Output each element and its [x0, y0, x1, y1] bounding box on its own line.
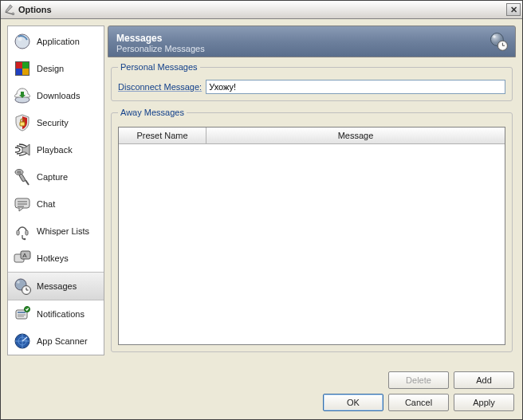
svg-rect-17 — [17, 230, 19, 235]
sidebar-item-label: Downloads — [37, 91, 80, 100]
footer: Delete Add OK Cancel Apply — [1, 362, 522, 419]
svg-point-39 — [493, 35, 496, 38]
notify-icon — [13, 304, 32, 324]
sidebar-item-messages[interactable]: Messages — [8, 272, 104, 300]
design-icon — [13, 59, 32, 78]
hotkeys-icon: A — [13, 249, 32, 268]
content: Messages Personalize Messages — [108, 26, 516, 355]
sidebar-item-label: Notifications — [37, 309, 85, 319]
sidebar-item-label: Chat — [37, 199, 55, 209]
col-preset-name[interactable]: Preset Name — [119, 128, 206, 143]
playback-icon — [13, 140, 32, 159]
page-subtitle: Personalize Messages — [116, 44, 507, 53]
sidebar-item-chat[interactable]: Chat — [8, 190, 104, 218]
away-table: Preset Name Message — [118, 127, 505, 345]
col-message[interactable]: Message — [206, 128, 505, 143]
disconnect-input[interactable] — [206, 80, 505, 94]
away-messages-group: Away Messages Preset Name Message — [111, 108, 513, 352]
sidebar-item-downloads[interactable]: Downloads — [8, 82, 104, 109]
sidebar-item-label: App Scanner — [37, 336, 88, 346]
away-messages-legend: Away Messages — [118, 108, 187, 117]
disconnect-label: Disconnect Message: — [118, 82, 202, 92]
sidebar-item-label: Messages — [37, 281, 77, 291]
personal-messages-legend: Personal Messages — [118, 62, 200, 72]
svg-point-11 — [17, 171, 22, 174]
svg-rect-9 — [20, 122, 25, 126]
sidebar-item-security[interactable]: Security — [8, 109, 104, 136]
disconnect-row: Disconnect Message: — [118, 80, 505, 94]
delete-button[interactable]: Delete — [388, 371, 449, 389]
svg-rect-6 — [22, 69, 29, 75]
options-icon — [4, 4, 15, 15]
svg-rect-12 — [19, 174, 26, 183]
sidebar-item-label: Design — [37, 64, 64, 73]
close-icon: ✕ — [510, 5, 517, 15]
app-icon — [13, 32, 32, 51]
content-body: Personal Messages Disconnect Message: Aw… — [108, 57, 516, 355]
whisper-icon — [13, 222, 32, 241]
sidebar-item-label: Capture — [37, 172, 68, 182]
sidebar-item-capture[interactable]: Capture — [8, 163, 104, 190]
sidebar-item-label: Application — [37, 37, 80, 46]
svg-rect-4 — [22, 62, 29, 69]
table-body[interactable] — [119, 144, 505, 344]
content-header: Messages Personalize Messages — [108, 26, 516, 57]
messages-header-icon — [488, 30, 510, 53]
sidebar-item-application[interactable]: Application — [8, 28, 104, 55]
sidebar-item-notifications[interactable]: Notifications — [8, 300, 104, 328]
row-ok-cancel-apply: OK Cancel Apply — [323, 394, 514, 411]
sidebar-item-hotkeys[interactable]: AHotkeys — [8, 245, 104, 272]
sidebar-item-design[interactable]: Design — [8, 55, 104, 82]
svg-rect-3 — [16, 62, 22, 69]
close-button[interactable]: ✕ — [506, 3, 521, 16]
svg-rect-18 — [26, 230, 28, 235]
body: ApplicationDesignDownloadsSecurityPlayba… — [1, 19, 522, 362]
scanner-icon — [13, 332, 32, 351]
personal-messages-group: Personal Messages Disconnect Message: — [111, 62, 513, 101]
page-title: Messages — [116, 33, 507, 44]
sidebar: ApplicationDesignDownloadsSecurityPlayba… — [7, 26, 104, 355]
apply-button[interactable]: Apply — [454, 394, 514, 411]
downloads-icon — [13, 86, 32, 105]
sidebar-item-whisper-lists[interactable]: Whisper Lists — [8, 218, 104, 245]
svg-point-2 — [18, 37, 22, 41]
add-button[interactable]: Add — [454, 371, 514, 389]
svg-text:A: A — [22, 252, 27, 259]
chat-icon — [13, 194, 32, 214]
sidebar-item-playback[interactable]: Playback — [8, 136, 104, 163]
messages-icon — [13, 277, 32, 296]
sidebar-item-label: Hotkeys — [37, 253, 69, 263]
svg-point-19 — [24, 238, 26, 241]
sidebar-item-label: Playback — [37, 145, 73, 155]
options-window: Options ✕ ApplicationDesignDownloadsSecu… — [0, 0, 523, 420]
titlebar-title: Options — [18, 5, 506, 14]
svg-point-0 — [12, 13, 14, 15]
sidebar-item-label: Security — [37, 118, 69, 128]
ok-button[interactable]: OK — [323, 394, 383, 411]
svg-point-24 — [17, 281, 20, 284]
sidebar-item-label: Whisper Lists — [37, 226, 89, 236]
svg-rect-30 — [18, 312, 26, 313]
row-delete-add: Delete Add — [388, 371, 514, 389]
sidebar-item-app-scanner[interactable]: App Scanner — [8, 328, 104, 355]
table-header: Preset Name Message — [119, 128, 505, 144]
titlebar: Options ✕ — [1, 1, 522, 19]
cancel-button[interactable]: Cancel — [388, 394, 449, 411]
capture-icon — [13, 167, 32, 186]
security-icon — [13, 113, 32, 132]
svg-rect-5 — [16, 69, 22, 75]
